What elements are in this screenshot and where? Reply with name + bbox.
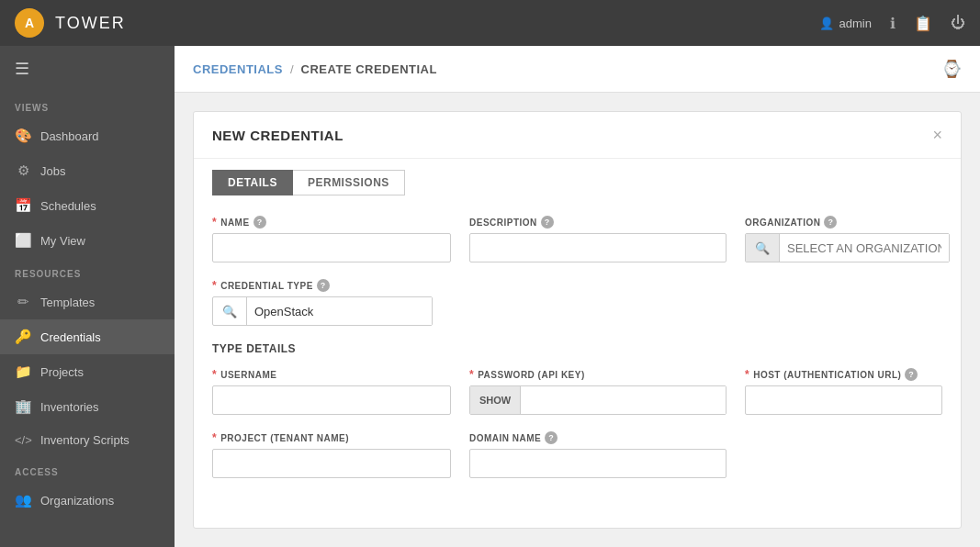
username-field-group: * USERNAME [212, 368, 451, 415]
password-show-button[interactable]: SHOW [470, 386, 521, 414]
breadcrumb-separator: / [290, 62, 294, 76]
project-input[interactable] [212, 449, 451, 478]
credential-type-wrapper: 🔍 [212, 296, 433, 326]
sidebar-item-organizations[interactable]: 👥 Organizations [0, 483, 175, 518]
app-logo: A [15, 8, 44, 38]
organization-field-group: ORGANIZATION ? 🔍 [745, 216, 950, 262]
password-wrapper: SHOW [469, 385, 727, 415]
sidebar-item-inventory-scripts[interactable]: </> Inventory Scripts [0, 424, 175, 456]
project-field-group: * PROJECT (TENANT NAME) [212, 431, 451, 478]
username-input[interactable] [212, 385, 451, 415]
username-required-star: * [212, 368, 217, 381]
form-row-3: * USERNAME * PASSWORD (API KEY) SHOW [212, 368, 942, 415]
password-field-group: * PASSWORD (API KEY) SHOW [469, 368, 727, 415]
hamburger-button[interactable]: ☰ [0, 46, 175, 92]
host-required-star: * [745, 368, 749, 381]
password-input[interactable] [521, 386, 726, 414]
docs-icon[interactable]: 📋 [914, 15, 932, 32]
app-title: TOWER [55, 14, 126, 33]
credential-type-search-button[interactable]: 🔍 [213, 297, 247, 325]
organizations-icon: 👥 [15, 492, 31, 508]
domain-help-icon[interactable]: ? [545, 431, 558, 444]
cred-type-help-icon[interactable]: ? [317, 279, 330, 292]
sidebar-item-projects[interactable]: 📁 Projects [0, 354, 175, 389]
resources-section-label: RESOURCES [0, 258, 175, 285]
user-menu[interactable]: 👤 admin [819, 17, 872, 30]
domain-field-group: DOMAIN NAME ? [469, 431, 727, 478]
myview-icon: ⬜ [15, 232, 31, 249]
name-input[interactable] [212, 233, 451, 262]
form-close-button[interactable]: × [932, 127, 942, 143]
power-icon[interactable]: ⏻ [951, 15, 965, 31]
templates-icon: ✏ [15, 294, 31, 310]
main-layout: ☰ VIEWS 🎨 Dashboard ⚙ Jobs 📅 Schedules ⬜… [0, 46, 980, 547]
navbar-left: A TOWER [15, 8, 126, 38]
credential-type-group: * CREDENTIAL TYPE ? 🔍 [212, 279, 433, 326]
breadcrumb-bar: CREDENTIALS / CREATE CREDENTIAL ⌚ [175, 46, 980, 93]
password-required-star: * [469, 368, 474, 381]
jobs-icon: ⚙ [15, 162, 31, 179]
host-input[interactable] [745, 385, 942, 415]
host-field-group: * HOST (AUTHENTICATION URL) ? [745, 368, 942, 415]
credential-type-input[interactable] [247, 297, 432, 325]
sidebar-item-jobs[interactable]: ⚙ Jobs [0, 153, 175, 188]
form-body: * NAME ? DESCRIPTION ? [194, 207, 961, 513]
sidebar-label-jobs: Jobs [40, 164, 65, 178]
sidebar-label-schedules: Schedules [40, 199, 96, 213]
breadcrumb: CREDENTIALS / CREATE CREDENTIAL [193, 62, 437, 76]
form-row-4: * PROJECT (TENANT NAME) DOMAIN NAME ? [212, 431, 942, 478]
name-label: * NAME ? [212, 216, 451, 229]
password-label: * PASSWORD (API KEY) [469, 368, 727, 381]
credential-type-label: * CREDENTIAL TYPE ? [212, 279, 433, 292]
form-card-header: NEW CREDENTIAL × [194, 112, 961, 159]
navbar: A TOWER 👤 admin ℹ 📋 ⏻ [0, 0, 980, 46]
name-help-icon[interactable]: ? [253, 216, 266, 229]
credentials-icon: 🔑 [15, 329, 31, 345]
inventory-scripts-icon: </> [15, 433, 31, 447]
user-label: admin [839, 17, 872, 30]
host-label: * HOST (AUTHENTICATION URL) ? [745, 368, 942, 381]
sidebar-item-dashboard[interactable]: 🎨 Dashboard [0, 118, 175, 153]
content-area: CREDENTIALS / CREATE CREDENTIAL ⌚ NEW CR… [175, 46, 980, 547]
description-help-icon[interactable]: ? [541, 216, 554, 229]
description-label: DESCRIPTION ? [469, 216, 727, 229]
activity-icon[interactable]: ⌚ [941, 59, 962, 79]
tab-permissions[interactable]: PERMISSIONS [293, 170, 405, 195]
dashboard-icon: 🎨 [15, 128, 31, 144]
breadcrumb-credentials-link[interactable]: CREDENTIALS [193, 62, 283, 76]
user-icon: 👤 [819, 17, 834, 30]
organization-input[interactable] [780, 234, 949, 262]
info-icon[interactable]: ℹ [890, 15, 896, 32]
sidebar-item-credentials[interactable]: 🔑 Credentials [0, 319, 175, 354]
access-section-label: ACCESS [0, 456, 175, 483]
tab-details[interactable]: DETAILS [212, 170, 293, 195]
sidebar-label-inventories: Inventories [40, 400, 99, 414]
sidebar-label-organizations: Organizations [40, 494, 114, 508]
description-input[interactable] [469, 233, 727, 262]
host-help-icon[interactable]: ? [905, 368, 918, 381]
sidebar: ☰ VIEWS 🎨 Dashboard ⚙ Jobs 📅 Schedules ⬜… [0, 46, 175, 547]
username-label: * USERNAME [212, 368, 451, 381]
sidebar-item-schedules[interactable]: 📅 Schedules [0, 188, 175, 223]
description-field-group: DESCRIPTION ? [469, 216, 727, 262]
inventories-icon: 🏢 [15, 398, 31, 415]
sidebar-label-dashboard: Dashboard [40, 129, 99, 143]
sidebar-item-myview[interactable]: ⬜ My View [0, 223, 175, 258]
schedules-icon: 📅 [15, 197, 31, 214]
domain-input[interactable] [469, 449, 727, 478]
form-row-2: * CREDENTIAL TYPE ? 🔍 [212, 279, 942, 326]
form-title: NEW CREDENTIAL [212, 128, 344, 143]
name-field-group: * NAME ? [212, 216, 451, 262]
organization-help-icon[interactable]: ? [824, 216, 837, 229]
sidebar-label-templates: Templates [40, 296, 95, 309]
sidebar-item-templates[interactable]: ✏ Templates [0, 285, 175, 319]
breadcrumb-current: CREATE CREDENTIAL [301, 62, 437, 76]
sidebar-item-inventories[interactable]: 🏢 Inventories [0, 389, 175, 424]
organization-input-wrapper: 🔍 [745, 233, 950, 262]
sidebar-label-credentials: Credentials [40, 330, 101, 344]
form-card: NEW CREDENTIAL × DETAILS PERMISSIONS * N… [193, 111, 962, 529]
organization-search-button[interactable]: 🔍 [746, 234, 780, 262]
project-label: * PROJECT (TENANT NAME) [212, 431, 451, 444]
cred-type-required-star: * [212, 279, 217, 292]
project-required-star: * [212, 431, 217, 444]
